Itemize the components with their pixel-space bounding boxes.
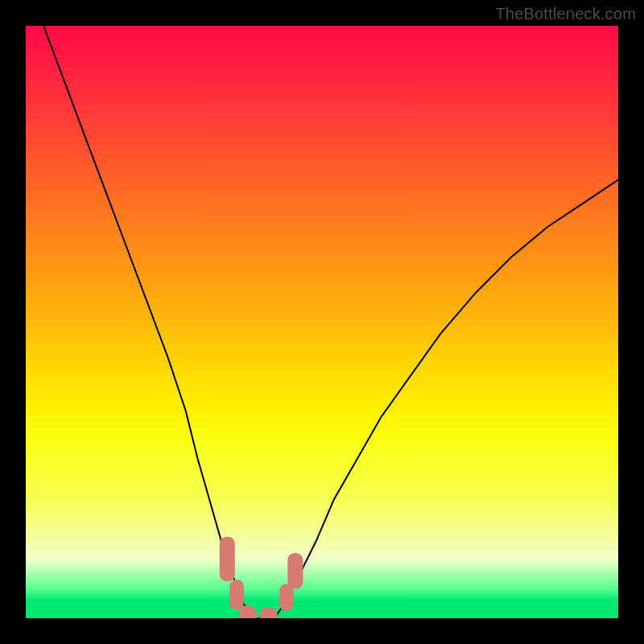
bottleneck-curve	[43, 26, 618, 618]
chart-frame: TheBottleneck.com	[0, 0, 644, 644]
marker-group	[220, 537, 303, 618]
floor-marker-2	[260, 607, 278, 618]
left-marker-lower	[229, 580, 244, 609]
left-marker-upper	[220, 537, 235, 581]
curve-layer	[26, 26, 618, 618]
right-marker-upper	[287, 553, 303, 588]
right-marker-lower	[279, 584, 294, 611]
watermark-text: TheBottleneck.com	[495, 5, 636, 23]
